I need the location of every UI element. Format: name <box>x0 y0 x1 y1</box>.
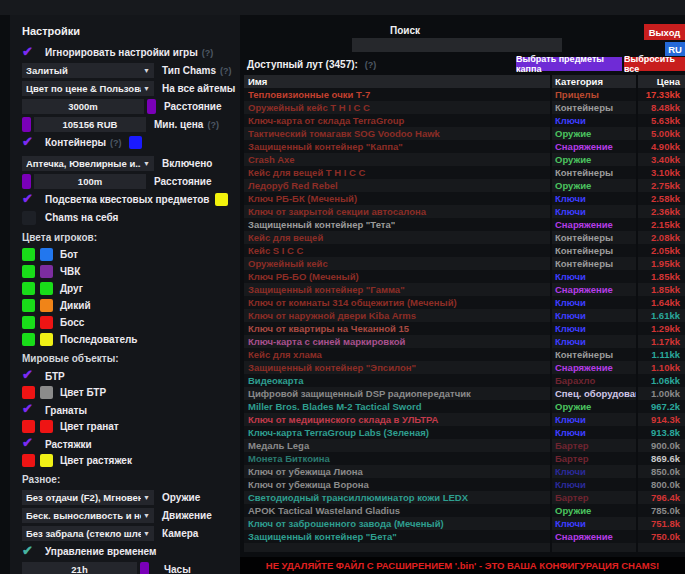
accent-color-swatch[interactable] <box>140 562 149 574</box>
table-row[interactable]: Ключ от наружной двери Kiba Arms Ключи 1… <box>244 309 685 322</box>
select-kappa-items-button[interactable]: Выбрать предметы каппа <box>516 57 622 71</box>
table-row[interactable]: Crash Axe Оружие 3.40kk <box>244 153 685 166</box>
drop-all-button[interactable]: Выбросить все <box>624 57 685 71</box>
color-swatch[interactable] <box>22 316 35 329</box>
search-input[interactable] <box>352 38 562 52</box>
table-row[interactable]: Кейс для вещей T H I C C Контейнеры 3.10… <box>244 166 685 179</box>
color-swatch[interactable] <box>40 316 53 329</box>
color-swatch[interactable] <box>40 454 53 467</box>
item-category: Оружие <box>550 127 636 140</box>
ignore-game-settings-checkbox[interactable] <box>22 46 36 60</box>
min-price-input[interactable]: 105156 RUB <box>34 117 146 132</box>
item-name: Ключ от убежища Ворона <box>244 478 550 491</box>
table-row[interactable]: Защищенный контейнер "Бета" Снаряжение 7… <box>244 530 685 543</box>
color-swatch[interactable] <box>40 248 53 261</box>
exit-button[interactable]: Выход <box>644 24 685 40</box>
containers-filter-dropdown[interactable]: Аптечка, Ювелирные и... ▼ <box>22 156 154 171</box>
table-row[interactable]: Ключ-карта от склада TerraGroup Ключи 5.… <box>244 114 685 127</box>
table-row[interactable]: APOK Tactical Wasteland Gladius Оружие 7… <box>244 504 685 517</box>
containers-label: Контейнеры <box>45 137 106 148</box>
table-row[interactable]: Ключ от медицинского склада в УЛЬТРА Клю… <box>244 413 685 426</box>
table-row[interactable]: Светодиодный трансиллюминатор кожи LEDX … <box>244 491 685 504</box>
world-object-checkbox[interactable] <box>22 403 36 417</box>
color-swatch[interactable] <box>40 265 53 278</box>
time-control-row: Управление временем <box>22 544 240 559</box>
color-swatch[interactable] <box>40 386 53 399</box>
color-swatch[interactable] <box>22 454 35 467</box>
quest-highlight-checkbox[interactable] <box>22 193 36 207</box>
world-object-checkbox[interactable] <box>22 369 36 383</box>
table-row[interactable]: Кейс для хлама Контейнеры 1.11kk <box>244 348 685 361</box>
color-swatch[interactable] <box>22 248 35 261</box>
movement-dropdown[interactable]: Беск. выносливость и нет уста ▼ <box>22 508 154 523</box>
table-row[interactable]: Ключ от убежища Ворона Ключи 800.0k <box>244 478 685 491</box>
table-row[interactable]: Тепловизионные очки Т-7 Прицелы 17.33kk <box>244 88 685 101</box>
help-icon[interactable]: (?) <box>202 48 214 58</box>
all-items-dropdown[interactable]: Цвет по цене & Пользователь ▼ <box>22 81 154 96</box>
table-row[interactable]: Ключ РБ-БК (Меченый) Ключи 2.58kk <box>244 192 685 205</box>
table-row[interactable]: Ключ от квартиры на Чеканной 15 Ключи 1.… <box>244 322 685 335</box>
table-row[interactable]: Медаль Lega Бартер 900.0k <box>244 439 685 452</box>
color-swatch[interactable] <box>22 386 35 399</box>
table-row[interactable]: Ключ от закрытой секции автосалона Ключи… <box>244 205 685 218</box>
table-row[interactable]: Защищенный контейнер "Эпсилон" Снаряжени… <box>244 361 685 374</box>
table-row[interactable]: Оружейный кейс T H I C C Контейнеры 8.48… <box>244 101 685 114</box>
help-icon[interactable]: (?) <box>220 66 232 76</box>
table-row[interactable]: Видеокарта Барахло 1.06kk <box>244 374 685 387</box>
color-swatch[interactable] <box>22 299 35 312</box>
table-row[interactable]: Ключ от заброшенного завода (Меченый) Кл… <box>244 517 685 530</box>
table-row[interactable]: Кейс S I C C Контейнеры 2.05kk <box>244 244 685 257</box>
color-swatch[interactable] <box>22 420 35 433</box>
table-row[interactable]: Защищенный контейнер "Гамма" Снаряжение … <box>244 283 685 296</box>
containers-color-swatch[interactable] <box>129 136 142 149</box>
column-name[interactable]: Имя <box>244 75 550 88</box>
table-row[interactable]: Монета Биткоина Бартер 869.6k <box>244 452 685 465</box>
table-row[interactable]: Тактический томагавк SOG Voodoo Hawk Ору… <box>244 127 685 140</box>
quest-color-swatch[interactable] <box>215 193 228 206</box>
table-row[interactable]: Ключ-карта TerraGroup Labs (Зеленая) Клю… <box>244 426 685 439</box>
hours-input[interactable]: 21h <box>22 562 137 574</box>
table-row[interactable]: Кейс для вещей Контейнеры 2.08kk <box>244 231 685 244</box>
table-row[interactable] <box>244 543 685 552</box>
accent-color-swatch[interactable] <box>147 99 156 114</box>
world-object-color-row: Цвет растяжек <box>22 454 240 467</box>
chevron-down-icon: ▼ <box>143 85 150 92</box>
distance-input[interactable]: 3000m <box>22 99 144 114</box>
time-control-checkbox[interactable] <box>22 545 36 559</box>
help-icon[interactable]: (?) <box>365 60 377 70</box>
color-swatch[interactable] <box>40 333 53 346</box>
table-row[interactable]: Цифровой защищенный DSP радиопередатчик … <box>244 387 685 400</box>
color-swatch[interactable] <box>22 282 35 295</box>
item-price: 1.64kk <box>636 296 685 309</box>
color-swatch[interactable] <box>22 265 35 278</box>
camera-dropdown[interactable]: Без забрала (стекло шлема) ▼ <box>22 526 154 541</box>
color-swatch[interactable] <box>40 420 53 433</box>
help-icon[interactable]: (?) <box>110 138 122 148</box>
column-price[interactable]: Цена <box>636 75 685 88</box>
column-category[interactable]: Категория <box>550 75 636 88</box>
accent-color-swatch[interactable] <box>22 117 31 132</box>
table-row[interactable]: Ключ РБ-БО (Меченый) Ключи 1.85kk <box>244 270 685 283</box>
table-row[interactable]: Ключ-карта с синей маркировкой Ключи 1.1… <box>244 335 685 348</box>
weapon-dropdown[interactable]: Без отдачи (F2), Мгновенное п ▼ <box>22 490 154 505</box>
chams-self-checkbox[interactable] <box>22 211 36 225</box>
color-swatch[interactable] <box>22 333 35 346</box>
containers-checkbox[interactable] <box>22 136 36 150</box>
world-object-checkbox[interactable] <box>22 437 36 451</box>
table-row[interactable]: Ключ от убежища Лиона Ключи 850.0k <box>244 465 685 478</box>
color-swatch[interactable] <box>40 299 53 312</box>
settings-title: Настройки <box>22 25 240 37</box>
item-name: Защищенный контейнер "Бета" <box>244 530 550 543</box>
table-row[interactable]: Miller Bros. Blades M-2 Tactical Sword О… <box>244 400 685 413</box>
chams-type-dropdown[interactable]: Залитый ▼ <box>22 63 154 78</box>
table-row[interactable]: Защищенный контейнер "Тета" Снаряжение 2… <box>244 218 685 231</box>
table-row[interactable]: Защищенный контейнер "Каппа" Снаряжение … <box>244 140 685 153</box>
help-icon[interactable]: (?) <box>207 120 219 130</box>
item-price: 3.10kk <box>636 166 685 179</box>
table-row[interactable]: Ключ от комнаты 314 общежития (Меченый) … <box>244 296 685 309</box>
accent-color-swatch[interactable] <box>22 174 31 189</box>
table-row[interactable]: Ледоруб Red Rebel Оружие 2.75kk <box>244 179 685 192</box>
table-row[interactable]: Оружейный кейс Контейнеры 1.95kk <box>244 257 685 270</box>
containers-distance-input[interactable]: 100m <box>34 174 146 189</box>
color-swatch[interactable] <box>40 282 53 295</box>
